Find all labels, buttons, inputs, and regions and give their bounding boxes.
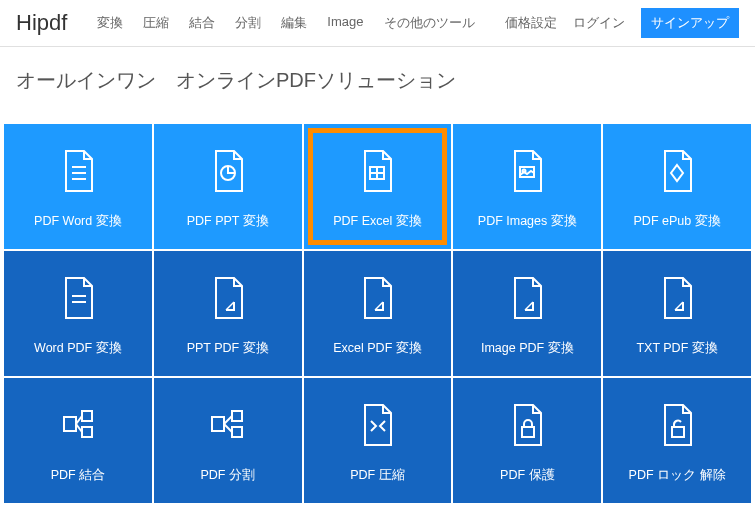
nav-compress[interactable]: 圧縮 (143, 14, 169, 32)
nav-edit[interactable]: 編集 (281, 14, 307, 32)
svg-line-19 (224, 416, 232, 424)
tile-label: PDF 保護 (500, 467, 554, 484)
svg-rect-16 (212, 417, 224, 431)
tile-label: PDF Word 変換 (34, 213, 122, 230)
doc-diamond-icon (657, 147, 697, 195)
tool-grid: PDF Word 変換 PDF PPT 変換 PDF Excel 変換 PDF … (0, 124, 755, 503)
merge-icon (58, 401, 98, 449)
tile-pdf-excel[interactable]: PDF Excel 変換 (304, 124, 452, 249)
hero-title: オールインワン オンラインPDFソリューション (16, 67, 739, 94)
nav-merge[interactable]: 結合 (189, 14, 215, 32)
nav-split[interactable]: 分割 (235, 14, 261, 32)
compress-icon (357, 401, 397, 449)
tile-label: PDF ロック 解除 (629, 467, 726, 484)
header: Hipdf 変換 圧縮 結合 分割 編集 Image その他のツール 価格設定 … (0, 0, 755, 47)
nav-other[interactable]: その他のツール (384, 14, 475, 32)
tile-label: PDF ePub 変換 (634, 213, 721, 230)
tile-label: PDF Excel 変換 (333, 213, 422, 230)
tile-label: PDF 分割 (200, 467, 254, 484)
tile-pdf-protect[interactable]: PDF 保護 (453, 378, 601, 503)
tile-pdf-split[interactable]: PDF 分割 (154, 378, 302, 503)
split-icon (208, 401, 248, 449)
login-link[interactable]: ログイン (573, 14, 625, 32)
doc-corner-icon (357, 274, 397, 322)
tile-label: Image PDF 変換 (481, 340, 574, 357)
doc-chart-icon (208, 147, 248, 195)
tile-label: PPT PDF 変換 (187, 340, 269, 357)
tile-pdf-merge[interactable]: PDF 結合 (4, 378, 152, 503)
doc-corner-icon (208, 274, 248, 322)
tile-label: PDF PPT 変換 (187, 213, 269, 230)
signup-button[interactable]: サインアップ (641, 8, 739, 38)
tile-pdf-compress[interactable]: PDF 圧縮 (304, 378, 452, 503)
svg-rect-13 (82, 427, 92, 437)
doc-lines-icon (58, 147, 98, 195)
doc-lines-icon (58, 274, 98, 322)
header-right: 価格設定 ログイン サインアップ (505, 8, 739, 38)
tile-image-pdf[interactable]: Image PDF 変換 (453, 251, 601, 376)
doc-corner-icon (507, 274, 547, 322)
nav: 変換 圧縮 結合 分割 編集 Image その他のツール (97, 14, 474, 32)
svg-rect-22 (672, 427, 684, 437)
svg-line-20 (224, 424, 232, 432)
pricing-link[interactable]: 価格設定 (505, 14, 557, 32)
tile-label: Word PDF 変換 (34, 340, 122, 357)
svg-rect-21 (522, 427, 534, 437)
tile-ppt-pdf[interactable]: PPT PDF 変換 (154, 251, 302, 376)
doc-grid-icon (357, 147, 397, 195)
tile-label: TXT PDF 変換 (636, 340, 717, 357)
logo[interactable]: Hipdf (16, 10, 67, 36)
tile-label: PDF Images 変換 (478, 213, 577, 230)
tile-excel-pdf[interactable]: Excel PDF 変換 (304, 251, 452, 376)
nav-convert[interactable]: 変換 (97, 14, 123, 32)
tile-pdf-epub[interactable]: PDF ePub 変換 (603, 124, 751, 249)
svg-rect-11 (64, 417, 76, 431)
lock-icon (507, 401, 547, 449)
tile-txt-pdf[interactable]: TXT PDF 変換 (603, 251, 751, 376)
tile-word-pdf[interactable]: Word PDF 変換 (4, 251, 152, 376)
tile-label: PDF 結合 (51, 467, 105, 484)
hero: オールインワン オンラインPDFソリューション (0, 47, 755, 124)
tile-pdf-images[interactable]: PDF Images 変換 (453, 124, 601, 249)
doc-corner-icon (657, 274, 697, 322)
tile-pdf-ppt[interactable]: PDF PPT 変換 (154, 124, 302, 249)
nav-image[interactable]: Image (327, 14, 363, 32)
doc-image-icon (507, 147, 547, 195)
svg-rect-18 (232, 427, 242, 437)
unlock-icon (657, 401, 697, 449)
tile-label: PDF 圧縮 (350, 467, 404, 484)
tile-pdf-unlock[interactable]: PDF ロック 解除 (603, 378, 751, 503)
tile-pdf-word[interactable]: PDF Word 変換 (4, 124, 152, 249)
svg-rect-17 (232, 411, 242, 421)
svg-rect-12 (82, 411, 92, 421)
tile-label: Excel PDF 変換 (333, 340, 422, 357)
